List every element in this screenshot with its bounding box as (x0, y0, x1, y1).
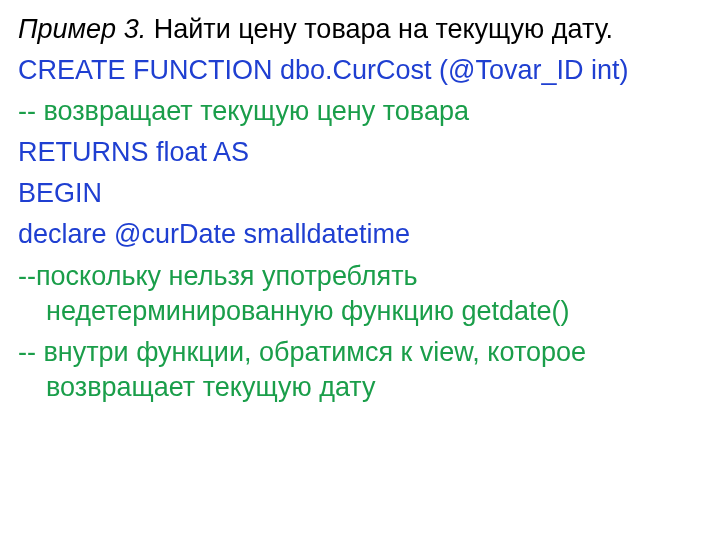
code-begin: BEGIN (18, 176, 702, 211)
code-create-function: CREATE FUNCTION dbo.CurCost (@Tovar_ID i… (18, 53, 702, 88)
code-returns: RETURNS float AS (18, 135, 702, 170)
code-comment-view: -- внутри функции, обратимся к view, кот… (18, 335, 702, 405)
code-comment-getdate: --поскольку нельзя употреблять недетерми… (18, 259, 702, 329)
code-comment-returns-price: -- возвращает текущую цену товара (18, 94, 702, 129)
title-line: Пример 3. Найти цену товара на текущую д… (18, 12, 702, 47)
title-text: Найти цену товара на текущую дату. (154, 14, 613, 44)
code-declare: declare @curDate smalldatetime (18, 217, 702, 252)
example-label: Пример 3. (18, 14, 154, 44)
